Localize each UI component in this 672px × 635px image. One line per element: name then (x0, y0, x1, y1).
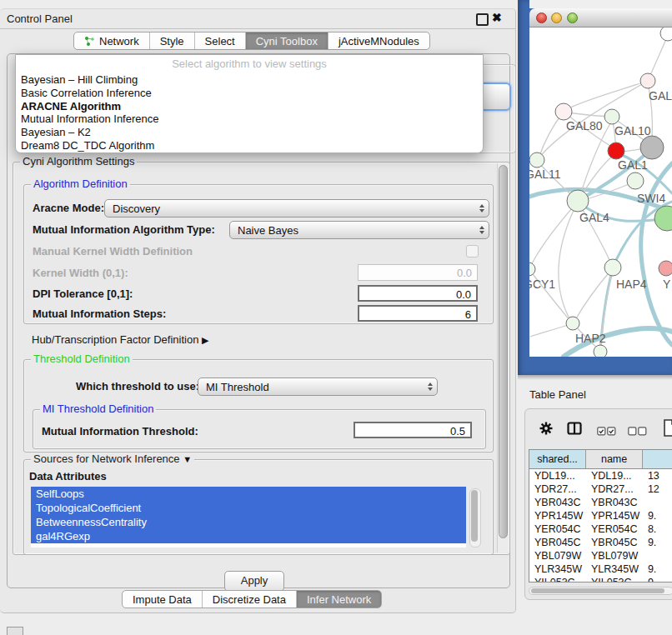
network-node-hap4[interactable] (604, 259, 621, 276)
aracne-mode-select[interactable]: Discovery (104, 199, 489, 218)
table-row[interactable]: YLR345WYLR345W9. (529, 562, 672, 576)
deselect-all-checkboxes-icon[interactable] (628, 427, 647, 436)
network-node-gal1[interactable] (608, 142, 624, 159)
mi-threshold-label: Mutual Information Threshold: (42, 425, 198, 438)
apply-button[interactable]: Apply (224, 571, 284, 592)
algorithm-item[interactable]: Bayesian – Hill Climbing (21, 73, 478, 87)
kernel-width-input[interactable]: 0.0 (358, 264, 478, 281)
table-row[interactable]: YDR27...YDR27...12 (529, 482, 672, 496)
table-cell: YBR043C (586, 496, 643, 509)
window-shadow (518, 375, 672, 380)
algorithm-item[interactable]: Dream8 DC_TDC Algorithm (21, 139, 478, 152)
tab-infer-network[interactable]: Infer Network (297, 591, 381, 608)
table-cell: 9 (643, 576, 672, 582)
algorithm-item[interactable]: Bayesian – K2 (21, 126, 478, 139)
network-node[interactable] (660, 28, 672, 41)
attributes-scroll-thumb[interactable] (471, 490, 478, 542)
table-row[interactable]: YPR145WYPR145W9. (529, 509, 672, 522)
attribute-item[interactable]: gal4RGexp (31, 529, 466, 543)
table-row[interactable]: YER054CYER054C8. (529, 522, 672, 536)
attribute-table[interactable]: shared...name YDL19...YDL19...13YDR27...… (529, 449, 672, 582)
table-header: shared...name (529, 450, 672, 469)
tab-discretize-data[interactable]: Discretize Data (203, 591, 297, 608)
combo-arrows-icon (475, 222, 489, 238)
tab-style[interactable]: Style (150, 32, 195, 49)
attributes-scrollbar[interactable] (469, 488, 481, 548)
algorithm-item[interactable]: ARACNE Algorithm (21, 100, 478, 113)
table-row[interactable]: YBL079WYBL079W (529, 549, 672, 562)
mi-algorithm-type-label: Mutual Information Algorithm Type: (33, 223, 215, 236)
table-scroll-thumb[interactable] (531, 588, 664, 593)
algorithm-item[interactable]: Mutual Information Inference (21, 112, 478, 126)
node-label: GAL1 (618, 158, 648, 172)
mi-threshold-input[interactable]: 0.5 (354, 422, 472, 438)
algorithm-definition-group: Algorithm Definition Aracne Mode: Discov… (23, 184, 494, 324)
threshold-definition-title: Threshold Definition (31, 353, 133, 365)
column-header[interactable]: shared... (529, 450, 586, 468)
table-row[interactable]: YIL053CYIL053C9 (529, 576, 672, 582)
attribute-item[interactable]: BetweennessCentrality (31, 515, 466, 529)
network-window-titlebar[interactable] (529, 8, 672, 28)
close-traffic-light[interactable] (536, 12, 547, 23)
network-node-hap2[interactable] (566, 317, 579, 330)
tab-select[interactable]: Select (195, 32, 246, 49)
which-threshold-select[interactable]: MI Threshold (198, 378, 438, 396)
dpi-tolerance-input[interactable]: 0.0 (358, 285, 478, 302)
mi-algorithm-type-select[interactable]: Naive Bayes (229, 221, 489, 239)
table-cell (643, 549, 672, 562)
tab-label: Infer Network (307, 593, 371, 606)
combo-arrows-icon (424, 378, 437, 395)
table-cell: YDL19... (586, 469, 643, 482)
column-header[interactable] (643, 450, 672, 468)
attribute-item[interactable]: TopologicalCoefficient (31, 501, 466, 515)
network-edge[interactable] (641, 163, 672, 345)
corner-button[interactable] (7, 627, 23, 635)
network-node-swi4[interactable] (627, 172, 644, 189)
document-icon[interactable] (664, 419, 672, 437)
table-row[interactable]: YBR045CYBR045C9. (529, 536, 672, 549)
mi-steps-input[interactable]: 6 (358, 305, 478, 322)
select-all-checkboxes-icon[interactable] (597, 427, 616, 436)
which-threshold-value: MI Threshold (198, 381, 424, 393)
settings-scroll-thumb[interactable] (499, 165, 508, 538)
network-node-gal80[interactable] (555, 103, 572, 120)
network-node[interactable] (594, 345, 607, 357)
network-node-y[interactable] (659, 261, 672, 276)
minimize-traffic-light[interactable] (551, 12, 562, 23)
sources-group-title: Sources for Network Inference (33, 452, 180, 465)
network-node[interactable] (640, 136, 664, 159)
tab-impute-data[interactable]: Impute Data (123, 591, 203, 608)
close-icon[interactable]: ✖ (492, 11, 502, 24)
table-row[interactable]: YBR043CYBR043C (529, 496, 672, 509)
data-attributes-list[interactable]: SelfLoopsTopologicalCoefficientBetweenne… (31, 487, 466, 548)
network-node-gcy1[interactable] (529, 262, 535, 276)
tab-jactivemnodules[interactable]: jActiveMNodules (328, 32, 429, 49)
network-node-gal[interactable] (640, 73, 655, 88)
manual-kernel-width-checkbox[interactable] (466, 245, 479, 258)
settings-scrollbar[interactable] (497, 163, 509, 552)
node-label: GCY1 (529, 278, 555, 291)
algorithm-item[interactable]: Basic Correlation Inference (21, 87, 478, 100)
table-row[interactable]: YDL19...YDL19...13 (529, 469, 672, 482)
tab-cyni-toolbox[interactable]: Cyni Toolbox (246, 32, 328, 49)
network-node-gal10[interactable] (604, 109, 619, 124)
node-label: GAL (649, 89, 672, 102)
tab-network[interactable]: Network (74, 32, 150, 49)
network-canvas[interactable]: GALGAL80GAL10GAL1GAL11SWI4GAL4GCY1HAP4YH… (529, 28, 672, 357)
float-window-icon[interactable] (476, 13, 489, 26)
network-node-gal4[interactable] (567, 190, 589, 212)
table-panel: shared...name YDL19...YDL19...13YDR27...… (524, 408, 672, 600)
gear-icon[interactable] (539, 422, 553, 435)
dpi-tolerance-label: DPI Tolerance [0,1]: (33, 288, 133, 300)
zoom-traffic-light[interactable] (567, 12, 578, 23)
column-header[interactable]: name (586, 450, 643, 468)
network-node-gal11[interactable] (529, 152, 544, 168)
columns-icon[interactable] (567, 422, 582, 435)
hub-section-toggle[interactable]: Hub/Transcription Factor Definition ▶ (32, 333, 208, 346)
table-cell: YPR145W (586, 509, 643, 522)
table-horizontal-scrollbar[interactable] (529, 587, 672, 595)
network-edge[interactable] (530, 202, 577, 267)
tab-label: jActiveMNodules (339, 35, 419, 48)
sources-group-toggle[interactable]: Sources for Network Inference ▼ (31, 453, 194, 465)
attribute-item[interactable]: SelfLoops (31, 487, 466, 501)
